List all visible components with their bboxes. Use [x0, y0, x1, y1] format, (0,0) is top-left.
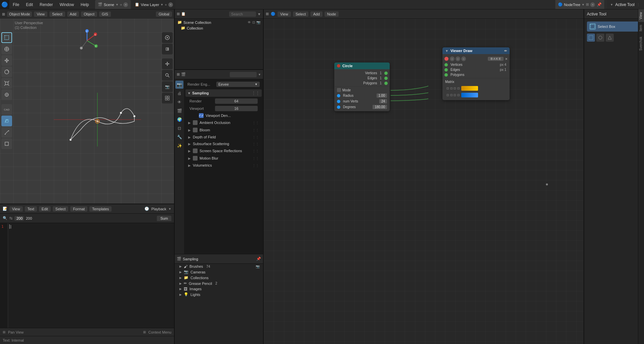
sampling-dots[interactable]: ⋮⋮: [252, 91, 260, 95]
select-box-button[interactable]: Select Box: [587, 22, 641, 32]
ambient-occlusion-section[interactable]: ▶ Ambient Occlusion ⋮⋮: [185, 119, 262, 126]
props-modifier-icon[interactable]: 🔧: [175, 133, 183, 141]
motionblur-section[interactable]: ▶ Motion Blur ⋮⋮: [185, 155, 262, 162]
viewlayer-tab-label[interactable]: View Layer: [141, 3, 159, 7]
render-engine-dropdown[interactable]: Eevee ▼: [216, 82, 260, 87]
viewlayer-tab-close[interactable]: ×: [168, 2, 173, 7]
playback-label[interactable]: Playback: [151, 207, 166, 211]
sampling-section[interactable]: ▼ Sampling ⋮⋮: [185, 89, 262, 97]
viewer-matrix-row2[interactable]: ⊡ ⊡ ⊡ ⊡: [445, 92, 507, 98]
viewer-draw-node[interactable]: ▼ Viewer Draw ✏ ○ ○ ○ B A K E: [442, 47, 510, 100]
outliner-collection[interactable]: 📁 Collection: [175, 25, 263, 31]
ssr-dots[interactable]: ⋮⋮: [252, 149, 259, 153]
viewport-mode-dropdown[interactable]: Object Mode: [7, 11, 32, 17]
props-scene-icon2[interactable]: 🎬: [175, 107, 183, 115]
circle-radius-val[interactable]: 1.00: [377, 93, 387, 98]
viewer-expand-icon[interactable]: ▼: [445, 49, 448, 53]
circle-mode-checkbox[interactable]: [337, 88, 341, 92]
viewport-axis-widget[interactable]: Z Y X: [75, 29, 99, 53]
viewlayer-tab-new[interactable]: +: [165, 3, 167, 7]
ao-checkbox[interactable]: [193, 120, 198, 125]
vol-dots[interactable]: ⋮⋮: [252, 164, 259, 167]
script-tab[interactable]: Sum: [157, 216, 171, 221]
outliner-vis-icon[interactable]: 👁: [248, 20, 251, 24]
bloom-section[interactable]: ▶ Bloom ⋮⋮: [185, 126, 262, 134]
props-view-icon[interactable]: 👁: [175, 98, 183, 106]
move-tool-icon[interactable]: [1, 55, 12, 66]
viewport-view-btn[interactable]: View: [34, 11, 47, 17]
box-tool-icon[interactable]: [1, 138, 12, 149]
volumetrics-section[interactable]: ▶ Volumetrics ⋮⋮: [185, 162, 262, 169]
menu-file[interactable]: File: [9, 0, 23, 9]
lights-item[interactable]: ▶ 💡 Lights: [175, 292, 263, 297]
bloom-checkbox[interactable]: [193, 128, 198, 132]
text-view-menu[interactable]: View: [9, 206, 23, 212]
text-format-menu[interactable]: Format: [70, 206, 87, 212]
pan-view-btn[interactable]: Pan View: [8, 330, 24, 334]
annotate-tool-icon[interactable]: [1, 116, 12, 126]
tool-icon-1[interactable]: [587, 34, 595, 42]
viewport-gis-btn[interactable]: GIS: [99, 11, 111, 17]
outliner-filter-icon[interactable]: ▼: [257, 12, 261, 16]
viewport-add-btn[interactable]: Add: [67, 11, 79, 17]
collections-item[interactable]: ▶ 📁 Collections: [175, 275, 263, 281]
images-item[interactable]: ▶ 🖼 Images: [175, 286, 263, 292]
viewport-select-btn[interactable]: Select: [49, 11, 65, 17]
brushes-item[interactable]: ▶ 🖌 Brushes 74 📷: [175, 264, 263, 269]
render-value[interactable]: 64: [215, 98, 258, 104]
ao-dots[interactable]: ⋮⋮: [252, 121, 259, 125]
menu-render[interactable]: Render: [36, 0, 56, 9]
bloom-dots[interactable]: ⋮⋮: [252, 128, 259, 132]
grid-icon[interactable]: [162, 93, 173, 103]
nodetree-label[interactable]: NodeTree: [564, 3, 581, 7]
measure-tool-icon[interactable]: [1, 127, 12, 138]
dof-section[interactable]: ▶ Depth of Field ⋮⋮: [185, 134, 262, 140]
zoom-icon[interactable]: [162, 70, 173, 81]
outliner-restrict-icon[interactable]: ⊡: [252, 20, 255, 24]
text-templates-menu[interactable]: Templates: [89, 206, 112, 212]
tool-icon-2[interactable]: [596, 34, 604, 42]
node-add-btn[interactable]: Add: [310, 11, 323, 17]
node-node-btn[interactable]: Node: [325, 11, 339, 17]
nodetree-close[interactable]: ×: [590, 2, 595, 7]
node-select-btn[interactable]: Select: [293, 11, 309, 17]
cameras-item[interactable]: ▶ 📷 Cameras: [175, 269, 263, 275]
viewport-object-btn[interactable]: Object: [81, 11, 97, 17]
node-view-btn[interactable]: View: [277, 11, 291, 17]
rotate-tool-icon[interactable]: [1, 67, 12, 77]
active-tool-dots[interactable]: ⋮: [637, 3, 640, 6]
camera-icon[interactable]: 📷: [162, 81, 173, 92]
scale-tool-icon[interactable]: [1, 78, 12, 89]
menu-edit[interactable]: Edit: [23, 0, 36, 9]
circle-node[interactable]: Circle Vertices 1 Edges 1 Polygons: [334, 62, 390, 111]
viewer-x-icon[interactable]: ✕: [505, 57, 508, 61]
viewer-matrix-row1[interactable]: ⊡ ⊡ ⊡ ⊡: [445, 85, 507, 91]
pan-icon[interactable]: [162, 58, 173, 69]
scene-pin-icon[interactable]: 📌: [256, 257, 261, 261]
tool-icon-3[interactable]: [606, 34, 614, 42]
sss-dots[interactable]: ⋮⋮: [252, 142, 259, 146]
props-search[interactable]: [230, 72, 257, 77]
ssr-section[interactable]: ▶ Screen Space Reflections ⋮⋮: [185, 147, 262, 155]
scene-tab-label[interactable]: Scene: [104, 3, 114, 7]
viewer-bake-btn[interactable]: B A K E: [488, 57, 504, 61]
cursor-tool-icon[interactable]: [1, 44, 12, 54]
text-select-menu[interactable]: Select: [53, 206, 69, 212]
dof-dots[interactable]: ⋮⋮: [252, 135, 259, 139]
viewport-overlay-icon[interactable]: [162, 32, 173, 43]
grease-pencil-item[interactable]: ▶ ✏ Grease Pencil 2: [175, 281, 263, 286]
viewport-shading-icon[interactable]: [162, 44, 173, 54]
item-tab-label[interactable]: Item: [638, 22, 644, 34]
view-tab-label[interactable]: View: [638, 9, 644, 22]
outliner-search[interactable]: [229, 11, 256, 17]
props-world-icon[interactable]: 🌍: [175, 116, 183, 124]
mb-dots[interactable]: ⋮⋮: [252, 157, 259, 160]
text-frame-arrows[interactable]: ⇆: [9, 216, 12, 220]
props-render-icon[interactable]: 📷: [175, 81, 183, 89]
cad-tool-icon[interactable]: CAD: [1, 104, 12, 115]
sss-section[interactable]: ▶ Subsurface Scattering ⋮⋮: [185, 140, 262, 147]
props-filter-arrow[interactable]: ▼: [258, 73, 261, 76]
outliner-scene-collection[interactable]: 📁 Scene Collection 👁 ⊡ 📷: [175, 19, 263, 25]
circle-numverts-val[interactable]: 24: [379, 99, 387, 103]
mb-checkbox[interactable]: [193, 156, 198, 161]
